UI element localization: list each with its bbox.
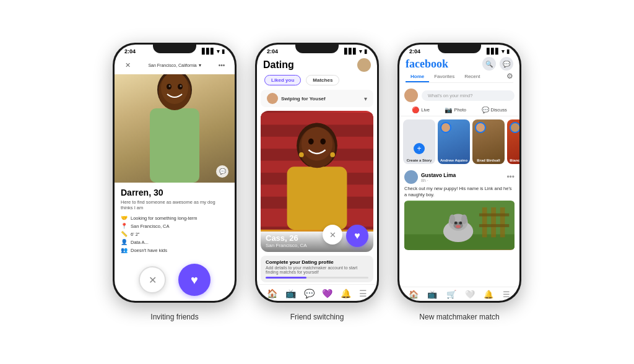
- phone3-section: 2:04 ▋▋▋ ▾ ▮ facebook 🔍 💬: [397, 43, 521, 321]
- nav-bell-icon[interactable]: 🔔: [341, 288, 351, 298]
- create-story-bg: + Create a Story: [403, 119, 435, 164]
- more-button[interactable]: •••: [215, 58, 228, 72]
- cta-text: Add details to your matchmaker account t…: [266, 266, 368, 274]
- friend-switcher[interactable]: Swiping for Yousef ▾: [261, 90, 373, 107]
- nav-video-icon[interactable]: 📺: [285, 288, 296, 298]
- story3[interactable]: Bianca Romu...: [507, 119, 519, 164]
- svg-rect-34: [500, 207, 505, 236]
- nav-heart-icon[interactable]: 💜: [322, 288, 332, 298]
- status-icons1: ▋▋▋ ▾ ▮: [202, 48, 225, 54]
- phone2-label: Friend switching: [290, 313, 344, 321]
- card-dislike-button[interactable]: ✕: [323, 225, 342, 245]
- svg-rect-33: [491, 207, 496, 236]
- post-author-info: Gustavo Lima 8h ·: [421, 172, 456, 183]
- svg-point-17: [302, 127, 332, 160]
- nav-chat-icon[interactable]: 💬: [304, 288, 315, 298]
- tab-liked-you[interactable]: Liked you: [264, 75, 301, 85]
- svg-point-31: [456, 225, 461, 228]
- filter-icon[interactable]: ⚙: [506, 72, 513, 82]
- discuss-button[interactable]: 💬 Discuss: [482, 106, 507, 113]
- brand-row: facebook 🔍 💬: [406, 57, 513, 71]
- phone1: 2:04 ▋▋▋ ▾ ▮ ✕ San Francisco, California…: [113, 43, 237, 303]
- chat-icon[interactable]: 💬: [216, 165, 228, 178]
- user-avatar-small[interactable]: [357, 58, 371, 72]
- fb-nav-bell-icon[interactable]: 🔔: [484, 290, 493, 299]
- profile-info: Darren, 30 Here to find someone as aweso…: [115, 183, 235, 261]
- fb-nav-heart-icon[interactable]: 🤍: [465, 290, 475, 299]
- signal-icon2: ▋▋▋: [344, 48, 357, 54]
- status-bar1: 2:04 ▋▋▋ ▾ ▮: [115, 45, 235, 56]
- time1: 2:04: [124, 48, 136, 54]
- fb-nav-video-icon[interactable]: 📺: [427, 290, 437, 299]
- profile-photo: 💬: [115, 74, 235, 183]
- photo-icon: 📷: [445, 106, 452, 113]
- signal-icon: ▋▋▋: [202, 48, 215, 54]
- post-input[interactable]: What's on your mind?: [422, 90, 515, 101]
- phone3-screen: 2:04 ▋▋▋ ▾ ▮ facebook 🔍 💬: [399, 45, 519, 301]
- messenger-button[interactable]: 💬: [500, 57, 513, 71]
- post-author-avatar: [404, 170, 418, 184]
- fb-nav-home-icon[interactable]: 🏠: [409, 290, 419, 299]
- nav-menu-icon[interactable]: ☰: [359, 288, 367, 298]
- photo-label: Photo: [454, 107, 466, 113]
- feed-post: Gustavo Lima 8h · ••• Check out my new p…: [399, 167, 519, 253]
- create-story-label: Create a Story: [405, 158, 433, 162]
- tab-matches[interactable]: Matches: [306, 75, 339, 85]
- location-text: San Francisco, California: [148, 63, 196, 67]
- like-button[interactable]: ♥: [178, 264, 211, 296]
- svg-point-19: [320, 139, 326, 145]
- photo-button[interactable]: 📷 Photo: [445, 106, 466, 113]
- profile-name: Darren, 30: [121, 188, 228, 197]
- search-button[interactable]: 🔍: [482, 57, 496, 71]
- facebook-nav-tabs: Home Favorites Recent ⚙: [406, 72, 513, 83]
- post-image: [404, 201, 515, 250]
- cass-figure: [261, 111, 373, 232]
- detail-data: 👤 Data A...: [121, 239, 228, 245]
- nav-home-icon[interactable]: 🏠: [267, 288, 277, 298]
- data-icon: 👤: [121, 239, 128, 245]
- story1[interactable]: Andrew Aquino: [438, 119, 470, 164]
- dislike-button[interactable]: ✕: [139, 266, 166, 293]
- stories-row: + Create a Story Andrew Aquino: [399, 116, 519, 167]
- facebook-logo: facebook: [406, 58, 448, 71]
- phone1-label: Inviting friends: [150, 313, 198, 321]
- tab-home[interactable]: Home: [406, 72, 429, 82]
- post-user: Gustavo Lima 8h ·: [404, 170, 456, 184]
- create-story[interactable]: + Create a Story: [403, 119, 435, 164]
- post-header: Gustavo Lima 8h · •••: [404, 170, 515, 184]
- story2[interactable]: Brad Birdsall: [472, 119, 505, 164]
- status-bar2: 2:04 ▋▋▋ ▾ ▮: [257, 45, 377, 56]
- facebook-header: facebook 🔍 💬 Home Favorites Recent ⚙: [399, 56, 519, 85]
- fb-nav-marketplace-icon[interactable]: 🛒: [446, 290, 456, 299]
- svg-point-26: [449, 214, 456, 223]
- dating-tabs: Liked you Matches: [263, 75, 371, 85]
- fb-nav-menu-icon[interactable]: ☰: [503, 290, 510, 299]
- switcher-avatar: [267, 93, 278, 104]
- header-icons: 🔍 💬: [482, 57, 513, 71]
- tab-favorites[interactable]: Favorites: [429, 72, 459, 82]
- story2-avatar: [475, 122, 486, 133]
- dating-cta[interactable]: Complete your Dating profile Add details…: [261, 256, 373, 282]
- story3-name: Bianca Romu...: [509, 158, 519, 162]
- p2-bottom-nav: 🏠 📺 💬 💜 🔔 ☰: [257, 284, 377, 301]
- story3-avatar: [510, 122, 519, 133]
- wifi-icon2: ▾: [359, 48, 362, 54]
- profile-actions: ✕ ♥: [115, 260, 235, 301]
- heart-icon: 🤝: [121, 215, 128, 221]
- phone2-section: 2:04 ▋▋▋ ▾ ▮ Dating Liked you Matches: [255, 43, 379, 321]
- svg-point-21: [330, 152, 335, 157]
- card-like-button[interactable]: ♥: [346, 225, 368, 247]
- phone3-label: New matchmaker match: [419, 313, 499, 321]
- location-icon: 📍: [121, 223, 128, 229]
- photo-background: [115, 74, 235, 183]
- profile-bio: Here to find someone as awesome as my do…: [121, 199, 228, 212]
- live-button[interactable]: 🔴 Live: [412, 106, 430, 113]
- location-pill[interactable]: San Francisco, California ▾: [142, 61, 207, 70]
- svg-point-18: [308, 139, 314, 145]
- post-more-button[interactable]: •••: [506, 173, 515, 181]
- tab-recent[interactable]: Recent: [459, 72, 485, 82]
- person-figure: [131, 74, 218, 183]
- user-avatar: [404, 89, 418, 102]
- close-button[interactable]: ✕: [121, 58, 134, 72]
- story1-avatar: [440, 122, 451, 133]
